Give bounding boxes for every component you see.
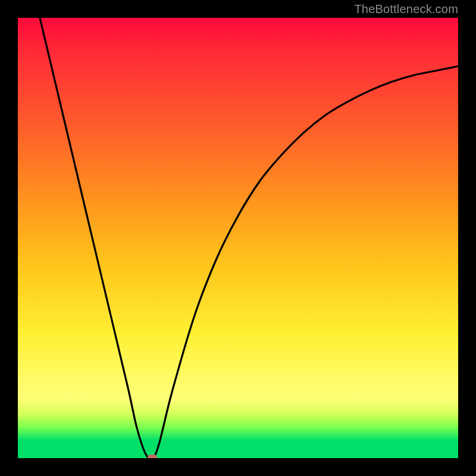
optimum-marker: [148, 455, 157, 458]
plot-area: [18, 18, 458, 458]
curve-path: [40, 18, 458, 458]
chart-frame: TheBottleneck.com: [0, 0, 476, 476]
bottleneck-curve: [18, 18, 458, 458]
attribution-text: TheBottleneck.com: [354, 2, 458, 16]
